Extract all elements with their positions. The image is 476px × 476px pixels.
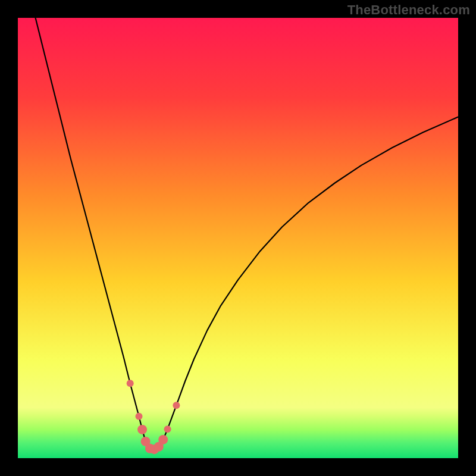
curve-marker [158, 435, 168, 444]
curve-marker [136, 413, 143, 420]
watermark-text: TheBottleneck.com [347, 2, 470, 18]
curve-marker [137, 425, 147, 434]
gradient-background [18, 18, 458, 458]
bottleneck-chart [18, 18, 458, 458]
curve-marker [173, 402, 180, 409]
curve-marker [127, 380, 134, 387]
curve-marker [164, 425, 171, 433]
chart-frame: TheBottleneck.com [0, 0, 476, 476]
